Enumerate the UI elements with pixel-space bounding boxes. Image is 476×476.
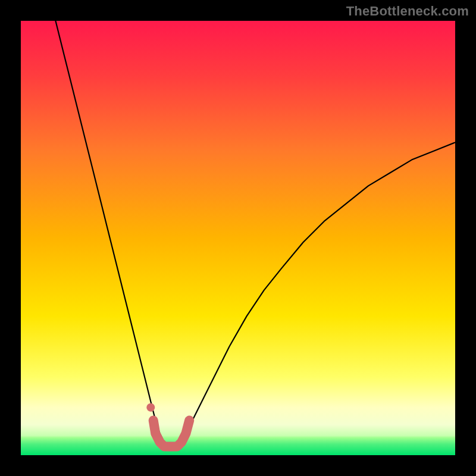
chart-background-gradient <box>21 21 455 455</box>
watermark-text: TheBottleneck.com <box>346 4 469 19</box>
svg-rect-0 <box>21 21 455 455</box>
chart-frame <box>21 21 455 455</box>
